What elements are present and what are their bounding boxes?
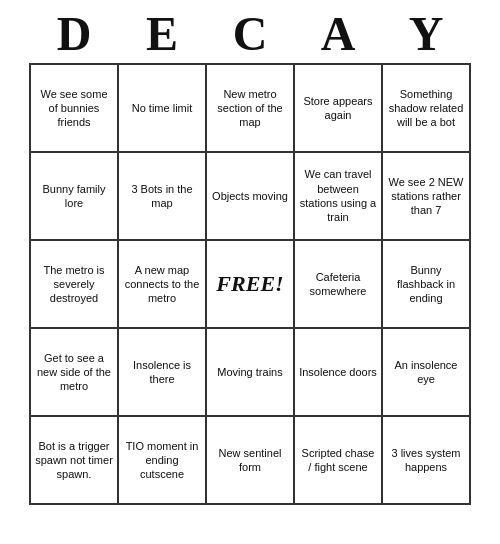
- cell-r4-c1[interactable]: TIO moment in ending cutscene: [119, 417, 207, 505]
- cell-r2-c4[interactable]: Bunny flashback in ending: [383, 241, 471, 329]
- cell-r0-c3[interactable]: Store appears again: [295, 65, 383, 153]
- cell-r0-c2[interactable]: New metro section of the map: [207, 65, 295, 153]
- cell-r3-c3[interactable]: Insolence doors: [295, 329, 383, 417]
- cell-label: New metro section of the map: [211, 87, 289, 130]
- cell-r1-c4[interactable]: We see 2 NEW stations rather than 7: [383, 153, 471, 241]
- cell-r1-c0[interactable]: Bunny family lore: [31, 153, 119, 241]
- cell-label: Store appears again: [299, 94, 377, 123]
- cell-label: We can travel between stations using a t…: [299, 167, 377, 224]
- cell-label: Cafeteria somewhere: [299, 270, 377, 299]
- cell-r3-c0[interactable]: Get to see a new side of the metro: [31, 329, 119, 417]
- bingo-title: DECAY: [0, 0, 500, 63]
- cell-label: Insolence doors: [299, 365, 377, 379]
- cell-r0-c4[interactable]: Something shadow related will be a bot: [383, 65, 471, 153]
- cell-r1-c2[interactable]: Objects moving: [207, 153, 295, 241]
- cell-label: Scripted chase / fight scene: [299, 446, 377, 475]
- cell-label: Objects moving: [212, 189, 288, 203]
- cell-r2-c0[interactable]: The metro is severely destroyed: [31, 241, 119, 329]
- cell-r1-c1[interactable]: 3 Bots in the map: [119, 153, 207, 241]
- cell-r0-c1[interactable]: No time limit: [119, 65, 207, 153]
- bingo-grid: We see some of bunnies friendsNo time li…: [29, 63, 471, 505]
- cell-label: Get to see a new side of the metro: [35, 351, 113, 394]
- cell-label: Insolence is there: [123, 358, 201, 387]
- cell-label: Bunny flashback in ending: [387, 263, 465, 306]
- cell-label: The metro is severely destroyed: [35, 263, 113, 306]
- title-letter: E: [118, 6, 206, 61]
- cell-label: Moving trains: [217, 365, 282, 379]
- cell-label: No time limit: [132, 101, 193, 115]
- cell-label: Bot is a trigger spawn not timer spawn.: [35, 439, 113, 482]
- cell-r4-c3[interactable]: Scripted chase / fight scene: [295, 417, 383, 505]
- title-letter: D: [30, 6, 118, 61]
- cell-label: New sentinel form: [211, 446, 289, 475]
- cell-label: We see 2 NEW stations rather than 7: [387, 175, 465, 218]
- cell-label: 3 lives system happens: [387, 446, 465, 475]
- title-letter: C: [206, 6, 294, 61]
- cell-r2-c2[interactable]: FREE!: [207, 241, 295, 329]
- cell-label: Something shadow related will be a bot: [387, 87, 465, 130]
- cell-r4-c4[interactable]: 3 lives system happens: [383, 417, 471, 505]
- cell-label: TIO moment in ending cutscene: [123, 439, 201, 482]
- cell-r3-c2[interactable]: Moving trains: [207, 329, 295, 417]
- cell-r2-c3[interactable]: Cafeteria somewhere: [295, 241, 383, 329]
- cell-r3-c4[interactable]: An insolence eye: [383, 329, 471, 417]
- cell-r2-c1[interactable]: A new map connects to the metro: [119, 241, 207, 329]
- cell-label: An insolence eye: [387, 358, 465, 387]
- cell-r3-c1[interactable]: Insolence is there: [119, 329, 207, 417]
- title-letter: Y: [382, 6, 470, 61]
- title-letter: A: [294, 6, 382, 61]
- cell-r0-c0[interactable]: We see some of bunnies friends: [31, 65, 119, 153]
- cell-label: A new map connects to the metro: [123, 263, 201, 306]
- cell-label: 3 Bots in the map: [123, 182, 201, 211]
- cell-label: Bunny family lore: [35, 182, 113, 211]
- cell-r1-c3[interactable]: We can travel between stations using a t…: [295, 153, 383, 241]
- cell-label: FREE!: [216, 270, 283, 299]
- cell-r4-c0[interactable]: Bot is a trigger spawn not timer spawn.: [31, 417, 119, 505]
- cell-label: We see some of bunnies friends: [35, 87, 113, 130]
- cell-r4-c2[interactable]: New sentinel form: [207, 417, 295, 505]
